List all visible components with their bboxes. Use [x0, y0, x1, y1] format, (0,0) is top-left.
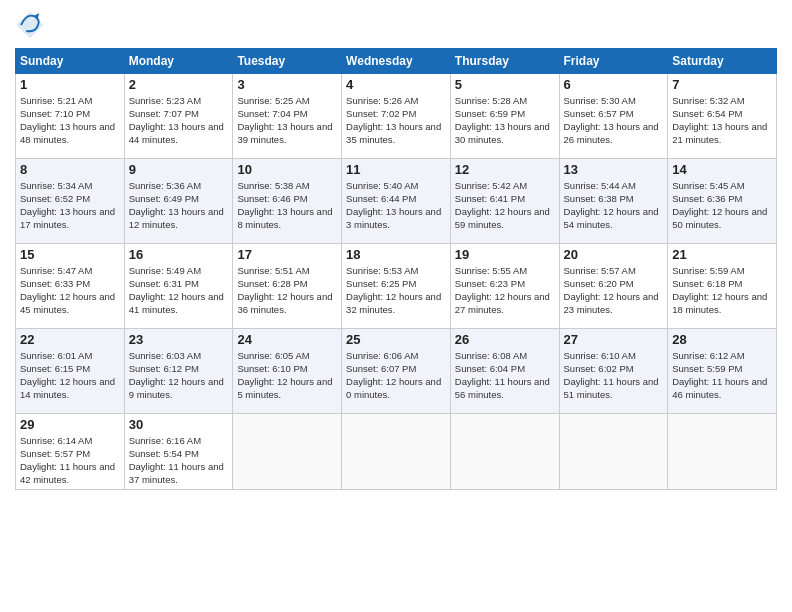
day-number: 7: [672, 77, 772, 92]
day-number: 11: [346, 162, 446, 177]
calendar-cell-w2d3: 18Sunrise: 5:53 AMSunset: 6:25 PMDayligh…: [342, 244, 451, 329]
day-info: Sunrise: 6:10 AMSunset: 6:02 PMDaylight:…: [564, 349, 664, 401]
col-header-monday: Monday: [124, 49, 233, 74]
calendar-cell-w0d3: 4Sunrise: 5:26 AMSunset: 7:02 PMDaylight…: [342, 74, 451, 159]
calendar-cell-w3d0: 22Sunrise: 6:01 AMSunset: 6:15 PMDayligh…: [16, 329, 125, 414]
day-number: 8: [20, 162, 120, 177]
page: SundayMondayTuesdayWednesdayThursdayFrid…: [0, 0, 792, 612]
col-header-tuesday: Tuesday: [233, 49, 342, 74]
day-info: Sunrise: 5:30 AMSunset: 6:57 PMDaylight:…: [564, 94, 664, 146]
calendar-cell-w3d5: 27Sunrise: 6:10 AMSunset: 6:02 PMDayligh…: [559, 329, 668, 414]
week-row-4: 29Sunrise: 6:14 AMSunset: 5:57 PMDayligh…: [16, 414, 777, 490]
day-info: Sunrise: 6:01 AMSunset: 6:15 PMDaylight:…: [20, 349, 120, 401]
calendar-cell-w4d3: [342, 414, 451, 490]
day-number: 17: [237, 247, 337, 262]
day-info: Sunrise: 5:38 AMSunset: 6:46 PMDaylight:…: [237, 179, 337, 231]
day-info: Sunrise: 5:23 AMSunset: 7:07 PMDaylight:…: [129, 94, 229, 146]
day-info: Sunrise: 6:06 AMSunset: 6:07 PMDaylight:…: [346, 349, 446, 401]
day-number: 1: [20, 77, 120, 92]
calendar-cell-w0d4: 5Sunrise: 5:28 AMSunset: 6:59 PMDaylight…: [450, 74, 559, 159]
header-row: SundayMondayTuesdayWednesdayThursdayFrid…: [16, 49, 777, 74]
calendar-cell-w3d2: 24Sunrise: 6:05 AMSunset: 6:10 PMDayligh…: [233, 329, 342, 414]
week-row-3: 22Sunrise: 6:01 AMSunset: 6:15 PMDayligh…: [16, 329, 777, 414]
day-info: Sunrise: 5:55 AMSunset: 6:23 PMDaylight:…: [455, 264, 555, 316]
calendar-cell-w4d1: 30Sunrise: 6:16 AMSunset: 5:54 PMDayligh…: [124, 414, 233, 490]
day-info: Sunrise: 5:47 AMSunset: 6:33 PMDaylight:…: [20, 264, 120, 316]
week-row-2: 15Sunrise: 5:47 AMSunset: 6:33 PMDayligh…: [16, 244, 777, 329]
day-info: Sunrise: 5:57 AMSunset: 6:20 PMDaylight:…: [564, 264, 664, 316]
day-number: 28: [672, 332, 772, 347]
day-info: Sunrise: 5:45 AMSunset: 6:36 PMDaylight:…: [672, 179, 772, 231]
day-info: Sunrise: 6:14 AMSunset: 5:57 PMDaylight:…: [20, 434, 120, 486]
calendar-cell-w1d6: 14Sunrise: 5:45 AMSunset: 6:36 PMDayligh…: [668, 159, 777, 244]
calendar-cell-w0d0: 1Sunrise: 5:21 AMSunset: 7:10 PMDaylight…: [16, 74, 125, 159]
week-row-0: 1Sunrise: 5:21 AMSunset: 7:10 PMDaylight…: [16, 74, 777, 159]
day-number: 10: [237, 162, 337, 177]
day-info: Sunrise: 5:25 AMSunset: 7:04 PMDaylight:…: [237, 94, 337, 146]
day-number: 19: [455, 247, 555, 262]
day-info: Sunrise: 5:51 AMSunset: 6:28 PMDaylight:…: [237, 264, 337, 316]
calendar-cell-w3d6: 28Sunrise: 6:12 AMSunset: 5:59 PMDayligh…: [668, 329, 777, 414]
header: [15, 10, 777, 40]
day-number: 20: [564, 247, 664, 262]
calendar-cell-w2d1: 16Sunrise: 5:49 AMSunset: 6:31 PMDayligh…: [124, 244, 233, 329]
calendar-cell-w0d2: 3Sunrise: 5:25 AMSunset: 7:04 PMDaylight…: [233, 74, 342, 159]
calendar-cell-w0d5: 6Sunrise: 5:30 AMSunset: 6:57 PMDaylight…: [559, 74, 668, 159]
day-info: Sunrise: 6:03 AMSunset: 6:12 PMDaylight:…: [129, 349, 229, 401]
day-number: 9: [129, 162, 229, 177]
day-info: Sunrise: 5:28 AMSunset: 6:59 PMDaylight:…: [455, 94, 555, 146]
calendar-cell-w1d2: 10Sunrise: 5:38 AMSunset: 6:46 PMDayligh…: [233, 159, 342, 244]
calendar-cell-w4d4: [450, 414, 559, 490]
logo-icon: [15, 10, 45, 40]
day-number: 24: [237, 332, 337, 347]
day-number: 21: [672, 247, 772, 262]
logo: [15, 10, 49, 40]
day-info: Sunrise: 5:49 AMSunset: 6:31 PMDaylight:…: [129, 264, 229, 316]
calendar-cell-w2d6: 21Sunrise: 5:59 AMSunset: 6:18 PMDayligh…: [668, 244, 777, 329]
col-header-friday: Friday: [559, 49, 668, 74]
calendar-cell-w4d6: [668, 414, 777, 490]
day-number: 16: [129, 247, 229, 262]
day-info: Sunrise: 5:44 AMSunset: 6:38 PMDaylight:…: [564, 179, 664, 231]
day-number: 23: [129, 332, 229, 347]
calendar-cell-w3d3: 25Sunrise: 6:06 AMSunset: 6:07 PMDayligh…: [342, 329, 451, 414]
day-number: 13: [564, 162, 664, 177]
day-info: Sunrise: 6:16 AMSunset: 5:54 PMDaylight:…: [129, 434, 229, 486]
day-number: 3: [237, 77, 337, 92]
day-number: 6: [564, 77, 664, 92]
calendar-cell-w1d0: 8Sunrise: 5:34 AMSunset: 6:52 PMDaylight…: [16, 159, 125, 244]
calendar-cell-w2d2: 17Sunrise: 5:51 AMSunset: 6:28 PMDayligh…: [233, 244, 342, 329]
day-number: 14: [672, 162, 772, 177]
day-number: 15: [20, 247, 120, 262]
day-number: 25: [346, 332, 446, 347]
day-info: Sunrise: 5:40 AMSunset: 6:44 PMDaylight:…: [346, 179, 446, 231]
day-info: Sunrise: 6:05 AMSunset: 6:10 PMDaylight:…: [237, 349, 337, 401]
calendar-cell-w4d5: [559, 414, 668, 490]
day-number: 30: [129, 417, 229, 432]
day-info: Sunrise: 5:26 AMSunset: 7:02 PMDaylight:…: [346, 94, 446, 146]
day-info: Sunrise: 6:12 AMSunset: 5:59 PMDaylight:…: [672, 349, 772, 401]
day-info: Sunrise: 5:21 AMSunset: 7:10 PMDaylight:…: [20, 94, 120, 146]
col-header-thursday: Thursday: [450, 49, 559, 74]
day-number: 5: [455, 77, 555, 92]
day-number: 22: [20, 332, 120, 347]
col-header-wednesday: Wednesday: [342, 49, 451, 74]
day-info: Sunrise: 5:53 AMSunset: 6:25 PMDaylight:…: [346, 264, 446, 316]
day-info: Sunrise: 5:42 AMSunset: 6:41 PMDaylight:…: [455, 179, 555, 231]
day-number: 4: [346, 77, 446, 92]
day-info: Sunrise: 5:34 AMSunset: 6:52 PMDaylight:…: [20, 179, 120, 231]
calendar-cell-w0d6: 7Sunrise: 5:32 AMSunset: 6:54 PMDaylight…: [668, 74, 777, 159]
day-number: 12: [455, 162, 555, 177]
day-number: 18: [346, 247, 446, 262]
day-info: Sunrise: 5:32 AMSunset: 6:54 PMDaylight:…: [672, 94, 772, 146]
calendar-cell-w0d1: 2Sunrise: 5:23 AMSunset: 7:07 PMDaylight…: [124, 74, 233, 159]
calendar-cell-w2d5: 20Sunrise: 5:57 AMSunset: 6:20 PMDayligh…: [559, 244, 668, 329]
day-number: 29: [20, 417, 120, 432]
col-header-sunday: Sunday: [16, 49, 125, 74]
day-number: 27: [564, 332, 664, 347]
calendar-cell-w4d0: 29Sunrise: 6:14 AMSunset: 5:57 PMDayligh…: [16, 414, 125, 490]
calendar-cell-w1d3: 11Sunrise: 5:40 AMSunset: 6:44 PMDayligh…: [342, 159, 451, 244]
col-header-saturday: Saturday: [668, 49, 777, 74]
calendar-cell-w1d5: 13Sunrise: 5:44 AMSunset: 6:38 PMDayligh…: [559, 159, 668, 244]
calendar-cell-w1d4: 12Sunrise: 5:42 AMSunset: 6:41 PMDayligh…: [450, 159, 559, 244]
